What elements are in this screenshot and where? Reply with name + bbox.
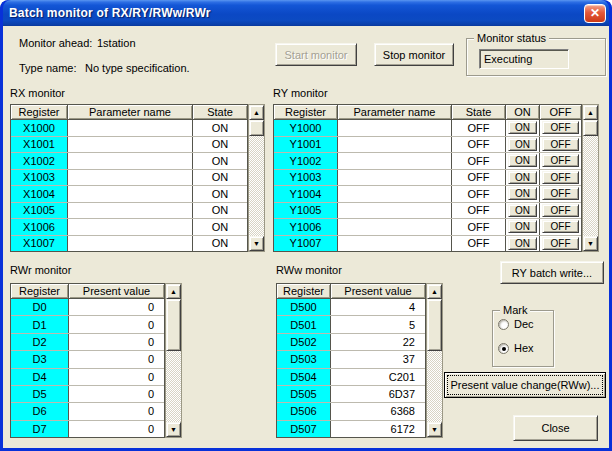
ry-scroll-up-icon[interactable]: ▲ [583, 105, 598, 120]
ry-off-button[interactable]: OFF [542, 154, 579, 167]
ry-on-cell: ON [506, 153, 540, 169]
rww-value-cell: 4 [331, 299, 425, 315]
rww-scroll-up-icon[interactable]: ▲ [427, 284, 442, 299]
rx-parameter-cell [68, 186, 193, 202]
rx-table-row: X1006 ON [11, 219, 247, 236]
type-name-value: No type specification. [85, 62, 190, 74]
ry-parameter-cell [338, 170, 452, 186]
rwr-register-cell: D3 [11, 351, 69, 367]
ry-parameter-cell [338, 203, 452, 219]
ry-table-scrollbar[interactable]: ▲ ▼ [582, 104, 599, 252]
ry-off-button[interactable]: OFF [542, 187, 579, 200]
rwr-monitor-label: RWr monitor [10, 264, 71, 276]
ry-state-cell: OFF [452, 137, 506, 153]
close-icon[interactable]: ✕ [584, 4, 606, 23]
rx-table-scrollbar[interactable]: ▲ ▼ [248, 104, 265, 252]
title-bar[interactable]: Batch monitor of RX/RY/RWw/RWr [0, 0, 612, 26]
ry-on-button[interactable]: ON [508, 138, 537, 151]
rwr-table-row: D6 0 [11, 403, 164, 420]
ry-parameter-cell [338, 137, 452, 153]
rx-table-row: X1001 ON [11, 137, 247, 154]
ry-off-button[interactable]: OFF [542, 138, 579, 151]
present-value-change-button[interactable]: Present value change(RWw)... [444, 372, 606, 398]
ry-off-cell: OFF [540, 236, 581, 252]
rx-parameter-cell [68, 219, 193, 235]
ry-on-button[interactable]: ON [508, 154, 537, 167]
rx-monitor-table: Register Parameter name State X1000 ON X… [10, 104, 248, 252]
rww-scrollbar-thumb[interactable] [427, 299, 442, 351]
ry-table-row: Y1007 OFF ON OFF [274, 236, 581, 252]
rwr-register-cell: D4 [11, 369, 69, 385]
ry-on-button[interactable]: ON [508, 204, 537, 217]
rx-state-cell: ON [193, 137, 247, 153]
rwr-table-row: D5 0 [11, 386, 164, 403]
rwr-scroll-down-icon[interactable]: ▼ [166, 422, 181, 437]
rww-table-header: Register Present value [277, 284, 425, 299]
rx-table-header: Register Parameter name State [11, 105, 247, 120]
ry-off-button[interactable]: OFF [542, 121, 579, 134]
ry-table-row: Y1000 OFF ON OFF [274, 120, 581, 137]
ry-scrollbar-thumb[interactable] [583, 120, 598, 136]
rww-header-register: Register [277, 284, 331, 298]
start-monitor-button[interactable]: Start monitor [275, 43, 357, 66]
ry-on-cell: ON [506, 186, 540, 202]
rwr-table-scrollbar[interactable]: ▲ ▼ [165, 283, 182, 438]
ry-off-cell: OFF [540, 203, 581, 219]
rww-scroll-down-icon[interactable]: ▼ [427, 422, 442, 437]
close-button[interactable]: Close [513, 415, 598, 441]
mark-option-hex[interactable]: Hex [498, 342, 534, 354]
rww-table-scrollbar[interactable]: ▲ ▼ [426, 283, 443, 438]
mark-option-dec[interactable]: Dec [498, 318, 534, 330]
rwr-scroll-up-icon[interactable]: ▲ [166, 284, 181, 299]
mark-group: Mark Dec Hex [492, 305, 554, 367]
ry-on-button[interactable]: ON [508, 121, 537, 134]
ry-table-header: Register Parameter name State ON OFF [274, 105, 581, 120]
ry-off-cell: OFF [540, 120, 581, 136]
rww-value-cell: 6172 [331, 421, 425, 437]
rwr-table-row: D1 0 [11, 316, 164, 333]
ry-state-cell: OFF [452, 236, 506, 252]
ry-on-button[interactable]: ON [508, 220, 537, 233]
ry-on-button[interactable]: ON [508, 237, 537, 250]
ry-batch-write-button[interactable]: RY batch write... [500, 261, 604, 284]
hex-radio-icon[interactable] [498, 343, 509, 354]
type-name-label: Type name: [19, 62, 76, 74]
rwr-value-cell: 0 [69, 351, 164, 367]
monitor-status-group: Monitor status Executing [466, 33, 606, 76]
monitor-ahead-value: 1station [97, 37, 136, 49]
rx-scrollbar-thumb[interactable] [249, 120, 264, 136]
ry-on-button[interactable]: ON [508, 187, 537, 200]
ry-off-button[interactable]: OFF [542, 204, 579, 217]
dec-radio-icon[interactable] [498, 319, 509, 330]
rx-register-cell: X1000 [11, 120, 68, 136]
ry-parameter-cell [338, 153, 452, 169]
window-title: Batch monitor of RX/RY/RWw/RWr [0, 6, 211, 20]
rx-register-cell: X1002 [11, 153, 68, 169]
rx-scroll-down-icon[interactable]: ▼ [249, 236, 264, 251]
ry-scroll-down-icon[interactable]: ▼ [583, 236, 598, 251]
ry-off-button[interactable]: OFF [542, 220, 579, 233]
ry-register-cell: Y1005 [274, 203, 338, 219]
ry-header-register: Register [274, 105, 338, 119]
stop-monitor-button[interactable]: Stop monitor [374, 43, 454, 66]
rx-state-cell: ON [193, 186, 247, 202]
rx-register-cell: X1004 [11, 186, 68, 202]
ry-off-button[interactable]: OFF [542, 237, 579, 250]
rx-scroll-up-icon[interactable]: ▲ [249, 105, 264, 120]
rww-monitor-label: RWw monitor [276, 264, 342, 276]
rx-monitor-label: RX monitor [10, 87, 65, 99]
rwr-value-cell: 0 [69, 403, 164, 419]
ry-on-cell: ON [506, 203, 540, 219]
ry-parameter-cell [338, 120, 452, 136]
rww-register-cell: D503 [277, 351, 331, 367]
rx-header-parameter: Parameter name [68, 105, 193, 119]
dialog-window: Batch monitor of RX/RY/RWw/RWr ✕ Monitor… [0, 0, 612, 451]
rx-state-cell: ON [193, 170, 247, 186]
rww-register-cell: D506 [277, 403, 331, 419]
ry-on-button[interactable]: ON [508, 171, 537, 184]
rx-table-row: X1007 ON [11, 236, 247, 252]
ry-off-button[interactable]: OFF [542, 171, 579, 184]
ry-monitor-table: Register Parameter name State ON OFF Y10… [273, 104, 582, 252]
rwr-scrollbar-thumb[interactable] [166, 299, 181, 351]
rww-value-cell: C201 [331, 369, 425, 385]
